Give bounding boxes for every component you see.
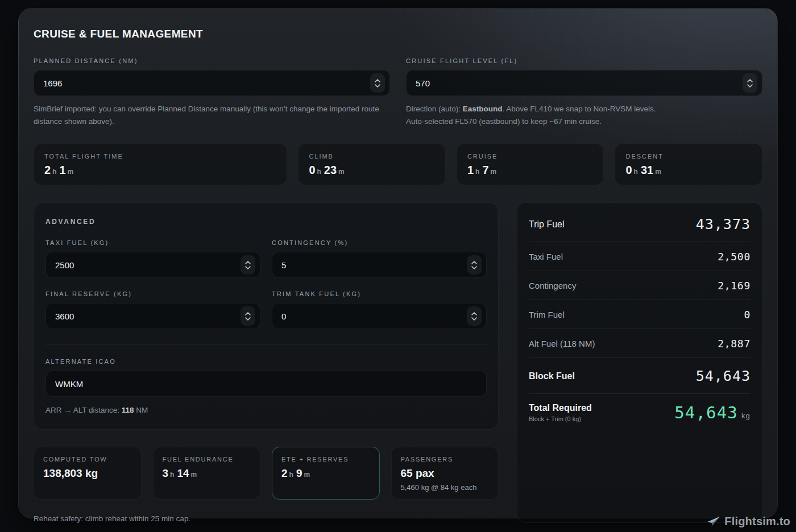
arr-alt-distance-value: 118 <box>122 406 134 414</box>
page-title: CRUISE & FUEL MANAGEMENT <box>34 28 762 40</box>
stat-value: 0h23m <box>309 164 435 177</box>
stat-climb: CLIMB 0h23m <box>298 143 446 185</box>
alternate-icao-label: ALTERNATE ICAO <box>45 358 487 365</box>
trim-tank-input[interactable] <box>272 311 467 321</box>
stat-label: ETE + RESERVES <box>281 456 370 463</box>
advanced-panel: ADVANCED TAXI FUEL (KG) CONTI <box>34 202 499 430</box>
planned-distance-input[interactable] <box>34 78 370 88</box>
chevron-up-icon <box>747 79 753 82</box>
cruise-fl-helper: Direction (auto): Eastbound. Above FL410… <box>406 103 762 127</box>
stat-computed-tow: COMPUTED TOW 138,803 kg <box>34 447 142 500</box>
final-reserve-input[interactable] <box>46 311 241 321</box>
taxi-fuel-stepper[interactable] <box>241 255 255 275</box>
trim-tank-field: TRIM TANK FUEL (KG) <box>272 290 487 329</box>
stat-label: CLIMB <box>309 153 435 160</box>
chevron-down-icon <box>245 266 251 269</box>
stat-descent: DESCENT 0h31m <box>615 143 762 185</box>
trim-tank-label: TRIM TANK FUEL (KG) <box>272 290 487 297</box>
stat-cruise: CRUISE 1h7m <box>457 143 604 185</box>
main-content-grid: ADVANCED TAXI FUEL (KG) CONTI <box>34 202 762 523</box>
top-inputs-row: PLANNED DISTANCE (NM) SimBrief imported:… <box>34 57 762 127</box>
final-reserve-stepper[interactable] <box>241 306 255 326</box>
stat-value: 65 pax <box>401 467 490 480</box>
chevron-down-icon <box>471 266 477 269</box>
stat-ete-reserves: ETE + RESERVES 2h9m <box>272 447 380 500</box>
helper-direction: Eastbound <box>463 105 503 113</box>
reheat-safety-note: Reheat safety: climb reheat within 25 mi… <box>34 514 499 523</box>
chevron-up-icon <box>471 261 477 264</box>
helper-line2: Auto-selected FL570 (eastbound) to keep … <box>406 117 602 126</box>
helper-line1-prefix: Direction (auto): <box>406 105 463 113</box>
kg-unit: kg <box>741 412 751 420</box>
chevron-up-icon <box>375 79 380 82</box>
summary-row-alt-fuel: Alt Fuel (118 NM) 2,887 <box>529 329 751 358</box>
final-reserve-label: FINAL RESERVE (KG) <box>45 290 260 297</box>
planned-distance-helper: SimBrief imported: you can override Plan… <box>34 103 390 127</box>
total-required-value: 54,643kg <box>674 403 751 422</box>
chevron-up-icon <box>245 261 251 264</box>
chevron-down-icon <box>747 84 753 88</box>
planned-distance-stepper[interactable] <box>370 73 385 93</box>
helper-line1-suffix: . Above FL410 we snap to Non-RVSM levels… <box>503 105 656 113</box>
summary-row-contingency: Contingency 2,169 <box>529 271 751 300</box>
bottom-stats-row: COMPUTED TOW 138,803 kg FUEL ENDURANCE 3… <box>34 447 499 500</box>
stat-value: 138,803 kg <box>43 467 132 480</box>
stat-label: PASSENGERS <box>401 456 490 463</box>
cruise-fl-input-wrap <box>406 70 762 96</box>
divider <box>45 344 487 344</box>
stat-value: 3h14m <box>163 467 251 480</box>
planned-distance-input-wrap <box>34 70 390 96</box>
final-reserve-field: FINAL RESERVE (KG) <box>45 290 260 329</box>
stat-label: FUEL ENDURANCE <box>163 456 251 463</box>
fuel-summary-panel: Trip Fuel 43,373 Taxi Fuel 2,500 Conting… <box>517 202 762 523</box>
watermark-text: Flightsim.to <box>724 515 790 528</box>
planned-distance-field: PLANNED DISTANCE (NM) SimBrief imported:… <box>34 57 390 127</box>
stat-fuel-endurance: FUEL ENDURANCE 3h14m <box>153 447 261 500</box>
contingency-label: CONTINGENCY (%) <box>272 239 487 246</box>
contingency-field: CONTINGENCY (%) <box>272 239 487 278</box>
stat-total-flight-time: TOTAL FLIGHT TIME 2h1m <box>34 143 287 185</box>
alternate-icao-field: ALTERNATE ICAO <box>45 358 487 397</box>
cruise-fl-input[interactable] <box>407 78 743 88</box>
chevron-down-icon <box>471 317 477 321</box>
contingency-stepper[interactable] <box>467 255 482 275</box>
advanced-heading: ADVANCED <box>45 218 487 226</box>
total-required-sub: Block + Trim (0 kg) <box>529 415 592 422</box>
stat-value: 0h31m <box>625 164 752 177</box>
summary-row-taxi-fuel: Taxi Fuel 2,500 <box>529 242 751 271</box>
total-required-label: Total Required <box>529 403 592 413</box>
taxi-fuel-input[interactable] <box>46 260 241 270</box>
chevron-down-icon <box>245 317 251 321</box>
stat-label: COMPUTED TOW <box>43 456 132 463</box>
contingency-input[interactable] <box>272 260 467 270</box>
summary-row-trim-fuel: Trim Fuel 0 <box>529 300 751 329</box>
passengers-weight-note: 5,460 kg @ 84 kg each <box>401 483 490 492</box>
alternate-icao-input[interactable] <box>46 379 486 389</box>
stat-label: DESCENT <box>625 153 752 160</box>
trim-tank-stepper[interactable] <box>467 306 482 326</box>
chevron-up-icon <box>245 312 251 315</box>
time-stats-row: TOTAL FLIGHT TIME 2h1m CLIMB 0h23m CRUIS… <box>34 143 762 185</box>
taxi-fuel-label: TAXI FUEL (KG) <box>45 239 260 246</box>
summary-row-block-fuel: Block Fuel 54,643 <box>529 358 751 394</box>
stat-label: TOTAL FLIGHT TIME <box>44 153 276 160</box>
summary-row-trip-fuel: Trip Fuel 43,373 <box>529 206 751 242</box>
left-column: ADVANCED TAXI FUEL (KG) CONTI <box>34 202 499 523</box>
cruise-fl-label: CRUISE FLIGHT LEVEL (FL) <box>406 57 762 64</box>
stat-passengers: PASSENGERS 65 pax 5,460 kg @ 84 kg each <box>391 447 499 500</box>
taxi-fuel-field: TAXI FUEL (KG) <box>45 239 260 278</box>
planned-distance-label: PLANNED DISTANCE (NM) <box>34 57 390 64</box>
summary-row-total-required: Total Required Block + Trim (0 kg) 54,64… <box>529 394 751 433</box>
stat-value: 2h9m <box>281 467 370 480</box>
stat-label: CRUISE <box>467 153 594 160</box>
advanced-fields-grid: TAXI FUEL (KG) CONTINGENCY (%) <box>45 239 487 329</box>
cruise-fl-field: CRUISE FLIGHT LEVEL (FL) Direction (auto… <box>406 57 762 127</box>
stat-value: 1h7m <box>467 164 594 177</box>
paper-plane-icon <box>707 516 721 528</box>
chevron-up-icon <box>471 312 477 315</box>
stat-value: 2h1m <box>44 164 276 177</box>
cruise-fl-stepper[interactable] <box>743 73 757 93</box>
flightsim-watermark: Flightsim.to <box>707 515 790 528</box>
chevron-down-icon <box>375 84 380 88</box>
arr-alt-distance-note: ARR → ALT distance: 118 NM <box>45 406 487 414</box>
